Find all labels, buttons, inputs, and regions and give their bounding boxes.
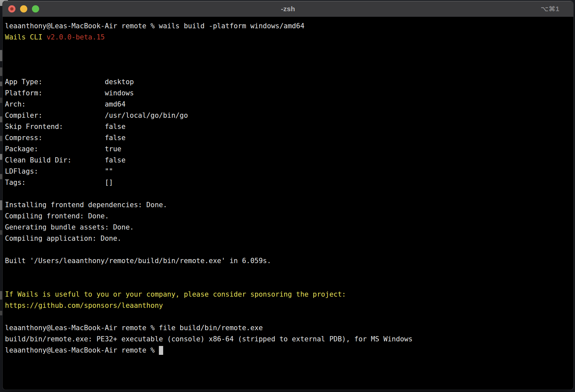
background-window-fragment <box>0 311 2 315</box>
terminal-line: Compiling frontend: Done. <box>5 210 571 222</box>
minimize-button[interactable] <box>20 5 27 12</box>
terminal-output: leaanthony@Leas-MacBook-Air remote % wai… <box>5 20 571 356</box>
terminal-line: Tags: [] <box>5 177 571 188</box>
terminal-text-segment: Compiler: /usr/local/go/bin/go <box>5 111 188 119</box>
terminal-line: Skip Frontend: false <box>5 121 571 132</box>
background-window-fragment <box>0 230 2 235</box>
background-window-fragment <box>0 174 2 179</box>
traffic-lights <box>8 5 39 12</box>
terminal-line: Clean Build Dir: false <box>5 155 571 166</box>
terminal-text-segment: Skip Frontend: false <box>5 123 126 131</box>
background-window-fragment <box>0 50 2 61</box>
terminal-line <box>5 65 571 76</box>
window-title: -zsh <box>3 5 573 13</box>
terminal-line: Platform: windows <box>5 87 571 99</box>
terminal-text-segment: leaanthony@Leas-MacBook-Air remote % fil… <box>5 324 263 332</box>
terminal-line <box>5 54 571 65</box>
background-window-fragment <box>0 67 2 76</box>
terminal-text-segment: Wails CLI <box>5 33 46 41</box>
terminal-text-segment: v2.0.0-beta.15 <box>46 33 105 41</box>
background-window-fragment <box>0 82 2 86</box>
terminal-line: Compiling application: Done. <box>5 233 571 244</box>
terminal-line: leaanthony@Leas-MacBook-Air remote % <box>5 345 571 356</box>
terminal-line: App Type: desktop <box>5 76 571 87</box>
background-window-fragment <box>0 154 2 160</box>
terminal-line <box>5 311 571 322</box>
terminal-text-segment: LDFlags: "" <box>5 167 113 175</box>
terminal-line <box>5 188 571 199</box>
titlebar[interactable]: -zsh ⌥⌘1 <box>3 1 573 17</box>
terminal-text-segment: Arch: amd64 <box>5 100 126 108</box>
terminal-text-segment: leaanthony@Leas-MacBook-Air remote % <box>5 346 159 354</box>
terminal-line: leaanthony@Leas-MacBook-Air remote % fil… <box>5 322 571 333</box>
terminal-text-segment: Platform: windows <box>5 89 134 97</box>
terminal-line <box>5 266 571 278</box>
background-window-fragment <box>0 200 2 210</box>
terminal-line: Wails CLI v2.0.0-beta.15 <box>5 32 571 43</box>
terminal-line: Built '/Users/leaanthony/remote/build/bi… <box>5 255 571 266</box>
terminal-window: -zsh ⌥⌘1 leaanthony@Leas-MacBook-Air rem… <box>2 1 574 390</box>
close-button[interactable] <box>8 5 15 12</box>
terminal-text-segment: If Wails is useful to you or your compan… <box>5 290 346 298</box>
terminal-line: https://github.com/sponsors/leaanthony <box>5 300 571 311</box>
desktop-background: -zsh ⌥⌘1 leaanthony@Leas-MacBook-Air rem… <box>0 0 575 392</box>
terminal-text-segment: https://github.com/sponsors/leaanthony <box>5 302 163 309</box>
terminal-line <box>5 244 571 255</box>
background-window-fragment <box>0 98 2 103</box>
background-window-fragment <box>0 116 2 122</box>
terminal-cursor[interactable] <box>159 346 163 355</box>
terminal-line: Compress: false <box>5 132 571 143</box>
terminal-line: If Wails is useful to you or your compan… <box>5 289 571 300</box>
terminal-text-segment: Compiling application: Done. <box>5 234 121 242</box>
background-window-fragment <box>0 136 2 141</box>
terminal-text-segment: Clean Build Dir: false <box>5 156 126 164</box>
terminal-screen[interactable]: leaanthony@Leas-MacBook-Air remote % wai… <box>3 17 573 390</box>
terminal-text-segment: Built '/Users/leaanthony/remote/build/bi… <box>5 257 271 265</box>
terminal-line <box>5 43 571 54</box>
terminal-line: Arch: amd64 <box>5 99 571 110</box>
terminal-text-segment: Compiling frontend: Done. <box>5 212 109 220</box>
terminal-line: Package: true <box>5 143 571 155</box>
terminal-line: Generating bundle assets: Done. <box>5 222 571 233</box>
window-shortcut-badge: ⌥⌘1 <box>541 1 560 17</box>
terminal-line: build/bin/remote.exe: PE32+ executable (… <box>5 333 571 345</box>
terminal-line: Compiler: /usr/local/go/bin/go <box>5 110 571 121</box>
terminal-text-segment: leaanthony@Leas-MacBook-Air remote % wai… <box>5 22 304 30</box>
terminal-text-segment: App Type: desktop <box>5 78 134 86</box>
terminal-text-segment: build/bin/remote.exe: PE32+ executable (… <box>5 335 413 343</box>
terminal-text-segment: Installing frontend dependencies: Done. <box>5 201 167 209</box>
terminal-text-segment: Package: true <box>5 145 121 153</box>
terminal-line: leaanthony@Leas-MacBook-Air remote % wai… <box>5 20 571 32</box>
terminal-line <box>5 278 571 289</box>
terminal-text-segment: Tags: [] <box>5 179 113 186</box>
terminal-line: LDFlags: "" <box>5 166 571 177</box>
background-window-fragment <box>0 291 2 300</box>
zoom-button[interactable] <box>32 5 39 12</box>
terminal-line: Installing frontend dependencies: Done. <box>5 199 571 210</box>
terminal-text-segment: Compress: false <box>5 134 126 142</box>
terminal-text-segment: Generating bundle assets: Done. <box>5 223 134 231</box>
